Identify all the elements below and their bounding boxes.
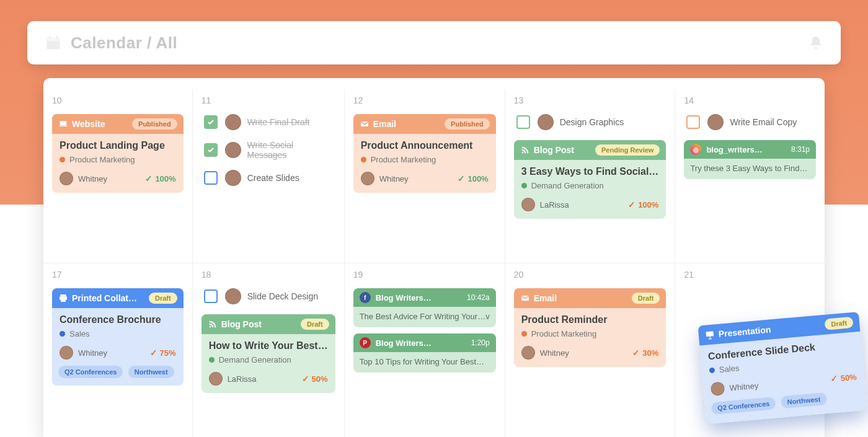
avatar	[60, 346, 73, 360]
card-title: Product Announcement	[353, 134, 496, 154]
task-label: Slide Deck Design	[247, 291, 318, 301]
day-cell-11[interactable]: 11 Write Final Draft Write Social Messag…	[193, 89, 345, 263]
task-row[interactable]: Write Email Copy	[686, 114, 816, 130]
calendar-icon	[45, 34, 62, 51]
status-badge: Draft	[632, 293, 660, 304]
task-label: Create Slides	[247, 173, 299, 183]
card-type: Website	[72, 119, 105, 129]
social-card-facebook[interactable]: f Blog Writers… 10:42a The Best Advice F…	[353, 288, 496, 327]
card-owner: Whitney	[379, 174, 409, 183]
task-row[interactable]: Write Final Draft	[204, 114, 335, 130]
social-body: The Best Advice For Writing Your…v	[353, 307, 496, 327]
day-cell-18[interactable]: 18 Slide Deck Design Blog Post Draft How…	[193, 263, 345, 437]
card-website[interactable]: Website Published Product Landing Page P…	[52, 114, 184, 193]
day-number: 14	[684, 95, 816, 105]
tag-chip[interactable]: Northwest	[128, 366, 174, 378]
day-cell-20[interactable]: 20 Email Draft Product Reminder Product …	[505, 263, 676, 437]
day-cell-17[interactable]: 17 Printed Collat… Draft Conference Broc…	[43, 263, 193, 437]
category-dot	[521, 331, 527, 337]
svg-rect-13	[706, 331, 714, 337]
day-cell-12[interactable]: 12 Email Published Product Announcement …	[345, 89, 505, 263]
pinterest-icon: P	[360, 337, 371, 348]
card-category: Sales	[69, 329, 90, 338]
avatar	[538, 114, 554, 130]
svg-point-7	[521, 152, 523, 154]
status-badge: Pending Review	[595, 144, 660, 156]
avatar	[60, 172, 73, 185]
card-email[interactable]: Email Draft Product Reminder Product Mar…	[514, 288, 666, 367]
presentation-icon	[704, 329, 715, 340]
tag-chip[interactable]: Q2 Conferences	[711, 397, 776, 415]
avatar	[521, 198, 535, 211]
tag-chip[interactable]: Northwest	[781, 392, 827, 408]
card-owner: LaRissa	[540, 200, 569, 210]
bell-icon[interactable]	[808, 35, 823, 50]
checkbox-checked-icon[interactable]	[204, 115, 218, 129]
status-badge: Draft	[149, 293, 177, 304]
checkbox-icon[interactable]	[204, 171, 218, 185]
card-title: Product Landing Page	[52, 134, 184, 154]
day-number: 17	[52, 270, 184, 280]
checkbox-icon[interactable]	[204, 289, 218, 303]
progress-pct: ✓100%	[145, 174, 175, 183]
envelope-icon	[360, 119, 370, 129]
task-row[interactable]: Slide Deck Design	[204, 288, 335, 304]
social-body: Try these 3 Easy Ways to Find…	[684, 159, 816, 179]
card-owner: Whitney	[540, 348, 569, 358]
task-row[interactable]: Write Social Messages	[204, 140, 335, 160]
card-title: 3 Easy Ways to Find Social…	[514, 160, 666, 180]
day-cell-19[interactable]: 19 f Blog Writers… 10:42a The Best Advic…	[345, 263, 505, 437]
day-number: 10	[52, 95, 184, 105]
card-blog-post[interactable]: Blog Post Draft How to Write Your Best… …	[202, 314, 335, 393]
social-card-pinterest[interactable]: P Blog Writers… 1:20p Top 10 Tips for Wr…	[353, 333, 496, 373]
social-handle: Blog Writers…	[376, 338, 432, 348]
task-label: Design Graphics	[560, 117, 624, 127]
day-cell-14[interactable]: 14 Write Email Copy ◎ blog_writers… 8:31…	[675, 89, 825, 263]
card-category: Demand Generation	[531, 181, 604, 190]
card-type: Email	[534, 293, 557, 303]
category-dot	[209, 357, 215, 363]
progress-pct: ✓50%	[302, 374, 328, 384]
rss-icon	[208, 319, 218, 329]
card-type: Blog Post	[221, 319, 262, 329]
category-dot	[361, 157, 366, 162]
avatar	[225, 114, 241, 130]
social-time: 8:31p	[791, 145, 810, 154]
progress-pct: ✓75%	[150, 348, 176, 358]
page-title: Calendar / All	[71, 33, 177, 53]
svg-rect-10	[61, 299, 66, 302]
status-badge: Published	[132, 118, 177, 130]
task-label: Write Social Messages	[247, 140, 335, 160]
facebook-icon: f	[360, 292, 371, 303]
progress-pct: ✓30%	[632, 348, 658, 358]
day-number: 18	[202, 270, 335, 280]
progress-pct: ✓100%	[628, 200, 658, 210]
status-badge: Draft	[301, 319, 329, 330]
social-body: Top 10 Tips for Writing Your Best…	[353, 352, 496, 373]
day-cell-13[interactable]: 13 Design Graphics Blog Post Pending Rev…	[505, 89, 676, 263]
avatar	[225, 288, 241, 304]
checkbox-checked-icon[interactable]	[204, 143, 218, 157]
category-dot	[521, 183, 527, 188]
checkbox-icon[interactable]	[686, 115, 700, 129]
card-title: Conference Brochure	[52, 308, 184, 328]
social-card-instagram[interactable]: ◎ blog_writers… 8:31p Try these 3 Easy W…	[684, 140, 816, 179]
card-printed-collateral[interactable]: Printed Collat… Draft Conference Brochur…	[52, 288, 184, 386]
card-category: Sales	[719, 363, 740, 374]
card-category: Demand Generation	[219, 355, 291, 364]
svg-point-11	[209, 326, 211, 328]
card-email[interactable]: Email Published Product Announcement Pro…	[353, 114, 496, 193]
task-row[interactable]: Design Graphics	[516, 114, 666, 130]
floating-card-presentation[interactable]: Presentation Draft Conference Slide Deck…	[698, 312, 867, 424]
tag-chip[interactable]: Q2 Conferences	[58, 366, 123, 378]
svg-rect-5	[59, 126, 67, 126]
svg-rect-3	[56, 35, 58, 39]
card-blog-post[interactable]: Blog Post Pending Review 3 Easy Ways to …	[514, 140, 666, 219]
task-row[interactable]: Create Slides	[204, 170, 335, 186]
day-cell-10[interactable]: 10 Website Published Product Landing Pag…	[43, 89, 193, 263]
progress-pct: ✓100%	[458, 174, 488, 183]
avatar	[209, 372, 223, 386]
task-label: Write Final Draft	[247, 117, 310, 127]
card-owner: Whitney	[78, 348, 107, 358]
checkbox-icon[interactable]	[516, 115, 530, 129]
